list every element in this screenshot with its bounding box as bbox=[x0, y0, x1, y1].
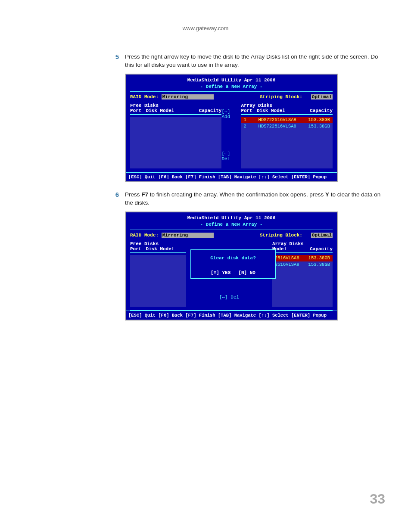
array-disks-panel[interactable]: 2516VLSA8 153.38GB 2516VLSA8 153.38GB bbox=[272, 255, 333, 307]
disk-model-value: HDS722516VLSA8 bbox=[258, 123, 296, 130]
bios-screenshot-1: MediaShield Utility Apr 11 2006 - Define… bbox=[125, 74, 338, 183]
step-text: Press the right arrow key to move the di… bbox=[125, 53, 385, 69]
clear-disk-dialog: Clear disk data? [Y] YES [N] NO bbox=[190, 249, 276, 279]
page-url-header: www.gateway.com bbox=[0, 0, 411, 31]
bios-title-line2: - Define a New Array - bbox=[200, 222, 262, 227]
bios-title-line1: MediaShield Utility Apr 11 2006 bbox=[187, 215, 276, 221]
col-port: Port bbox=[241, 108, 252, 113]
del-control[interactable]: [←] Del bbox=[221, 151, 241, 162]
disk-capacity-value: 153.38GB bbox=[308, 123, 330, 130]
col-disk-model: Disk Model bbox=[146, 108, 174, 113]
bios-title: MediaShield Utility Apr 11 2006 - Define… bbox=[130, 215, 333, 228]
array-disks-label: Array Disks bbox=[241, 103, 333, 108]
disk-capacity-value: 153.38GB bbox=[308, 261, 330, 268]
disk-model-value: 2516VLSA8 bbox=[275, 255, 299, 261]
disk-row[interactable]: 2516VLSA8 153.38GB bbox=[272, 261, 333, 268]
step-text: Press F7 to finish creating the array. W… bbox=[125, 191, 385, 207]
raid-mode-label: RAID Mode: bbox=[130, 94, 159, 100]
step-5: 5 Press the right arrow key to move the … bbox=[125, 53, 385, 69]
col-disk-model: Disk Model bbox=[257, 108, 285, 113]
disk-capacity-value: 153.38GB bbox=[308, 117, 330, 123]
striping-block-label: Striping Block: bbox=[260, 233, 302, 238]
array-disks-panel[interactable]: 1 HDS722516VLSA8 153.38GB 2 HDS722516VLS… bbox=[241, 117, 333, 168]
col-capacity: Capacity bbox=[310, 108, 333, 113]
step-number: 6 bbox=[114, 191, 119, 207]
page-number: 33 bbox=[370, 491, 385, 507]
disk-row[interactable]: 2 HDS722516VLSA8 153.38GB bbox=[241, 123, 333, 130]
del-control[interactable]: [←] Del bbox=[219, 295, 239, 300]
bios-screenshot-2: MediaShield Utility Apr 11 2006 - Define… bbox=[125, 212, 338, 320]
disk-model-value: 2516VLSA8 bbox=[275, 261, 299, 268]
bios-footer: [ESC] Quit [F6] Back [F7] Finish [TAB] N… bbox=[126, 311, 337, 320]
add-control[interactable]: [→] Add bbox=[221, 109, 241, 119]
bios-footer: [ESC] Quit [F6] Back [F7] Finish [TAB] N… bbox=[126, 172, 337, 181]
step-6: 6 Press F7 to finish creating the array.… bbox=[125, 191, 385, 207]
col-port: Port bbox=[130, 108, 141, 113]
col-disk-model: Disk Model bbox=[146, 246, 174, 252]
disk-port: 2 bbox=[244, 123, 246, 130]
disk-row[interactable]: 1 HDS722516VLSA8 153.38GB bbox=[241, 117, 333, 123]
dialog-question: Clear disk data? bbox=[204, 255, 262, 261]
col-capacity: Capacity bbox=[310, 246, 333, 252]
raid-mode-value[interactable]: Mirroring bbox=[162, 233, 214, 238]
disk-port: 1 bbox=[244, 117, 246, 123]
col-port: Port bbox=[130, 246, 141, 252]
disk-row[interactable]: 2516VLSA8 153.38GB bbox=[272, 255, 333, 261]
bios-title-line1: MediaShield Utility Apr 11 2006 bbox=[187, 78, 276, 83]
striping-block-label: Striping Block: bbox=[260, 94, 302, 100]
dialog-yes[interactable]: [Y] YES bbox=[211, 270, 230, 275]
disk-model-value: HDS722516VLSA8 bbox=[258, 117, 296, 123]
bios-title-line2: - Define a New Array - bbox=[200, 84, 262, 89]
bios-title: MediaShield Utility Apr 11 2006 - Define… bbox=[130, 77, 333, 90]
free-disks-label: Free Disks bbox=[130, 103, 221, 108]
free-disks-label: Free Disks bbox=[130, 241, 186, 246]
add-del-controls: [→] Add [←] Del bbox=[221, 103, 241, 168]
array-disks-label: Array Disks bbox=[272, 241, 333, 246]
key-y: Y bbox=[325, 191, 329, 198]
dialog-no[interactable]: [N] NO bbox=[238, 270, 255, 275]
raid-mode-value[interactable]: Mirroring bbox=[162, 94, 214, 100]
step-number: 5 bbox=[114, 53, 119, 69]
key-f7: F7 bbox=[141, 191, 148, 198]
col-capacity: Capacity bbox=[199, 108, 222, 113]
raid-mode-label: RAID Mode: bbox=[130, 233, 159, 238]
striping-block-value[interactable]: Optimal bbox=[311, 233, 333, 238]
free-disks-panel[interactable] bbox=[130, 117, 221, 168]
free-disks-panel[interactable] bbox=[130, 255, 186, 307]
disk-capacity-value: 153.38GB bbox=[308, 255, 330, 261]
striping-block-value[interactable]: Optimal bbox=[311, 94, 333, 100]
